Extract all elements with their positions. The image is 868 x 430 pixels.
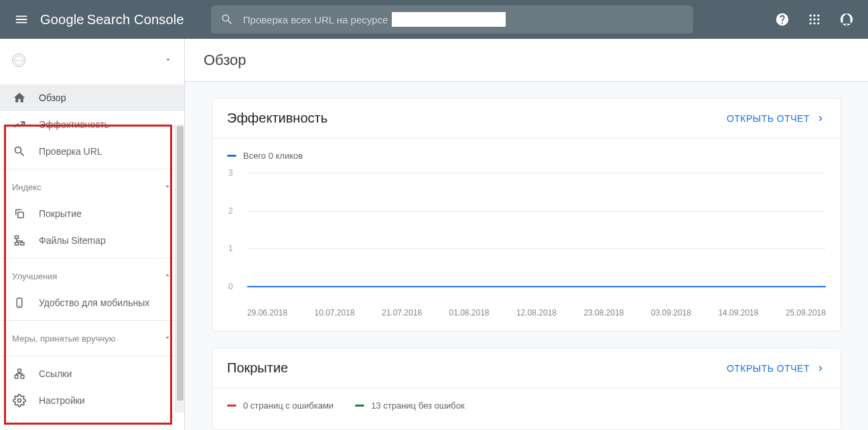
sidebar-item-settings[interactable]: Настройки xyxy=(0,387,184,414)
scrollbar-thumb[interactable] xyxy=(177,126,184,401)
y-tick-label: 0 xyxy=(228,282,233,291)
svg-rect-17 xyxy=(15,375,18,378)
svg-point-0 xyxy=(810,15,812,17)
logo-google: Google xyxy=(40,12,84,27)
product-logo: Google Search Console xyxy=(40,12,184,27)
x-tick-label: 21.07.2018 xyxy=(382,308,422,317)
sidebar-item-coverage[interactable]: Покрытие xyxy=(0,200,184,227)
logo-search-console: Search Console xyxy=(87,12,184,27)
main-content: Обзор Эффективность ОТКРЫТЬ ОТЧЕТ Всего … xyxy=(185,39,868,430)
sidebar-item-label: Настройки xyxy=(39,395,85,406)
svg-point-7 xyxy=(813,22,815,24)
property-selector[interactable] xyxy=(0,39,184,82)
sidebar-item-overview[interactable]: Обзор xyxy=(0,84,184,111)
open-report-button[interactable]: ОТКРЫТЬ ОТЧЕТ xyxy=(727,113,826,124)
search-property-blank xyxy=(392,12,506,27)
globe-icon xyxy=(12,54,25,67)
sidebar-item-performance[interactable]: Эффективность xyxy=(0,111,184,138)
url-inspect-search[interactable]: Проверка всех URL на ресурсе xyxy=(211,5,693,33)
y-tick-label: 2 xyxy=(228,206,233,216)
sidebar-section-label: Меры, принятые вручную xyxy=(12,334,116,344)
svg-point-19 xyxy=(18,399,21,403)
home-icon xyxy=(12,90,27,105)
svg-point-1 xyxy=(813,15,815,17)
sidebar-scrollbar[interactable] xyxy=(175,125,184,413)
x-tick-label: 12.08.2018 xyxy=(516,308,557,317)
copy-icon xyxy=(12,206,27,221)
sidebar-item-links[interactable]: Ссылки xyxy=(0,360,184,387)
sidebar-item-sitemaps[interactable]: Файлы Sitemap xyxy=(0,227,184,254)
chevron-down-icon xyxy=(163,333,172,344)
performance-card: Эффективность ОТКРЫТЬ ОТЧЕТ Всего 0 клик… xyxy=(212,98,841,332)
card-title: Эффективность xyxy=(227,111,328,126)
search-icon xyxy=(220,13,234,26)
legend-item-clicks: Всего 0 кликов xyxy=(227,151,303,161)
legend-item-errors: 0 страниц с ошибками xyxy=(227,401,334,411)
sidebar-item-label: Проверка URL xyxy=(39,146,102,157)
sidebar-section-index[interactable]: Индекс xyxy=(0,173,184,200)
legend-swatch xyxy=(355,405,364,407)
x-tick-label: 03.09.2018 xyxy=(651,308,691,317)
sidebar-item-url-inspection[interactable]: Проверка URL xyxy=(0,138,184,165)
page-title: Обзор xyxy=(185,39,868,82)
legend-label: 13 страниц без ошибок xyxy=(371,401,465,411)
svg-point-4 xyxy=(813,18,815,20)
sidebar-item-label: Эффективность xyxy=(39,119,109,130)
x-tick-label: 10.07.2018 xyxy=(314,308,354,317)
sidebar-section-enhancements[interactable]: Улучшения xyxy=(0,263,184,289)
sidebar-item-label: Покрытие xyxy=(39,208,82,219)
x-tick-label: 14.09.2018 xyxy=(718,308,758,317)
sidebar-section-label: Индекс xyxy=(12,182,42,192)
svg-point-6 xyxy=(810,22,812,24)
bell-icon xyxy=(839,12,854,27)
performance-chart: 0123 xyxy=(247,173,826,300)
help-icon xyxy=(775,12,790,27)
chevron-up-icon xyxy=(163,271,172,282)
x-tick-label: 01.08.2018 xyxy=(449,308,489,317)
sidebar-item-label: Файлы Sitemap xyxy=(39,235,106,246)
svg-rect-11 xyxy=(15,236,18,238)
open-report-button[interactable]: ОТКРЫТЬ ОТЧЕТ xyxy=(727,363,826,374)
legend-swatch xyxy=(227,405,236,407)
x-tick-label: 23.08.2018 xyxy=(583,308,624,317)
chart-x-axis: 29.06.201810.07.201821.07.201801.08.2018… xyxy=(247,308,826,317)
svg-point-2 xyxy=(817,15,819,17)
apps-button[interactable] xyxy=(806,11,822,27)
trending-icon xyxy=(12,117,27,132)
chart-legend: 0 страниц с ошибками 13 страниц без ошиб… xyxy=(227,401,826,411)
open-report-label: ОТКРЫТЬ ОТЧЕТ xyxy=(727,363,810,374)
card-title: Покрытие xyxy=(227,360,288,376)
y-tick-label: 3 xyxy=(228,168,233,177)
sitemap-icon xyxy=(12,233,27,248)
svg-rect-16 xyxy=(18,369,21,372)
chevron-up-icon xyxy=(163,182,172,193)
svg-point-5 xyxy=(817,18,819,20)
sidebar-item-mobile-usability[interactable]: Удобство для мобильных xyxy=(0,289,184,316)
sidebar-item-label: Удобство для мобильных xyxy=(39,297,149,308)
svg-point-3 xyxy=(810,18,812,20)
notifications-button[interactable] xyxy=(839,11,855,27)
x-tick-label: 29.06.2018 xyxy=(247,308,287,317)
svg-rect-10 xyxy=(18,212,23,218)
sidebar-item-label: Обзор xyxy=(39,92,66,103)
app-header: Google Search Console Проверка всех URL … xyxy=(0,0,868,39)
sidebar: Обзор Эффективность Проверка URL Индекс xyxy=(0,39,185,430)
chart-legend: Всего 0 кликов xyxy=(227,151,826,161)
sidebar-section-manual-actions[interactable]: Меры, принятые вручную xyxy=(0,325,184,352)
open-report-label: ОТКРЫТЬ ОТЧЕТ xyxy=(727,113,810,124)
legend-label: 0 страниц с ошибками xyxy=(243,401,334,411)
search-placeholder: Проверка всех URL на ресурсе xyxy=(243,12,506,27)
help-button[interactable] xyxy=(774,11,790,27)
chevron-right-icon xyxy=(815,113,826,124)
svg-point-8 xyxy=(817,22,819,24)
gear-icon xyxy=(12,393,27,408)
coverage-card: Покрытие ОТКРЫТЬ ОТЧЕТ 0 страниц с ошибк… xyxy=(212,348,841,430)
menu-button[interactable] xyxy=(8,6,35,33)
svg-rect-12 xyxy=(15,242,18,245)
apps-grid-icon xyxy=(808,13,821,26)
sidebar-section-label: Улучшения xyxy=(12,271,57,281)
sidebar-item-label: Ссылки xyxy=(39,368,72,379)
svg-rect-18 xyxy=(21,375,24,378)
smartphone-icon xyxy=(12,295,27,310)
search-icon xyxy=(12,144,27,159)
